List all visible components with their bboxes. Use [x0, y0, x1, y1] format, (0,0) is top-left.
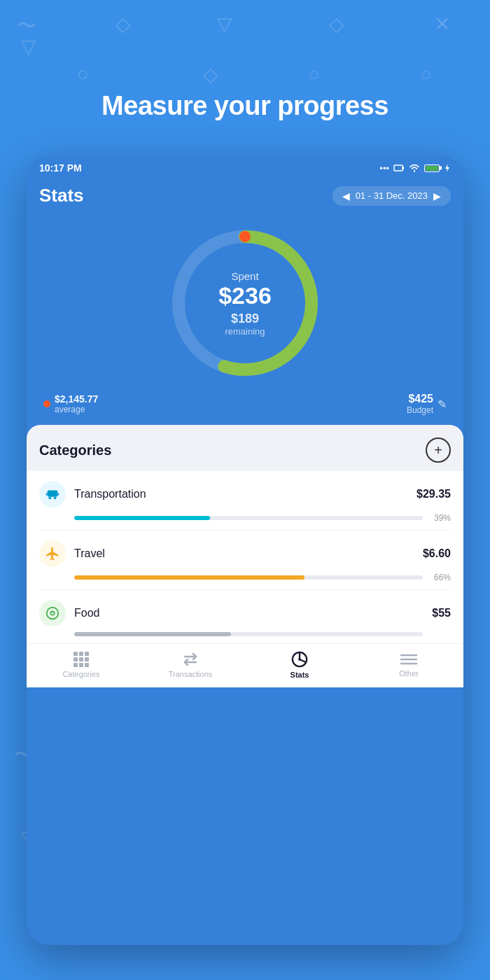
nav-item-categories[interactable]: Categories: [57, 652, 106, 678]
spent-amount: $236: [218, 284, 272, 307]
menu-icon: [400, 652, 418, 666]
svg-rect-0: [394, 165, 402, 171]
food-icon: [39, 600, 66, 626]
budget-label: Budget: [407, 405, 433, 415]
chart-area: Spent $236 $189 remaining $2,145.77 aver…: [27, 212, 463, 425]
budget-row: $2,145.77 average $425 Budget ✎: [41, 387, 449, 425]
category-list: Transportation $29.35 39%: [27, 471, 463, 643]
stats-icon: [291, 651, 308, 668]
status-time: 10:17 PM: [39, 162, 82, 174]
hero-title: Measure your progress: [0, 91, 490, 121]
svg-point-13: [298, 658, 301, 661]
screen-icon: [393, 164, 405, 172]
svg-rect-1: [402, 167, 404, 169]
nav-item-transactions[interactable]: Transactions: [166, 652, 215, 678]
svg-rect-9: [57, 493, 59, 496]
date-next-arrow[interactable]: ▶: [433, 190, 441, 202]
food-progress-row: [39, 632, 451, 636]
category-item-food[interactable]: Food $55: [39, 590, 451, 643]
categories-title: Categories: [39, 442, 111, 458]
travel-pct: 66%: [428, 573, 451, 582]
transactions-icon: [181, 652, 200, 667]
battery-icon: [424, 164, 440, 172]
transport-icon: [39, 481, 66, 507]
category-item-travel[interactable]: Travel $6.60 66%: [39, 531, 451, 590]
date-prev-arrow[interactable]: ◀: [342, 190, 350, 202]
app-header: Stats ◀ 01 - 31 Dec. 2023 ▶: [27, 178, 463, 212]
nav-item-other[interactable]: Other: [384, 652, 433, 678]
budget-right: $425 Budget ✎: [407, 393, 447, 415]
travel-icon: [39, 540, 66, 567]
status-icons: •••: [379, 163, 451, 174]
status-bar: 10:17 PM •••: [27, 155, 463, 178]
spent-label: Spent: [218, 270, 272, 282]
avg-value: $2,145.77: [55, 393, 98, 405]
travel-amount: $6.60: [423, 547, 451, 560]
categories-panel: Categories + Transportation: [27, 425, 463, 643]
date-nav[interactable]: ◀ 01 - 31 Dec. 2023 ▶: [332, 186, 451, 206]
nav-label-other: Other: [399, 669, 419, 678]
transport-amount: $29.35: [416, 488, 451, 500]
grid-icon: [74, 652, 89, 667]
phone-frame: 10:17 PM ••• Stats ◀: [27, 155, 463, 945]
bottom-nav: Categories Transactions Stats: [27, 643, 463, 687]
nav-label-stats: Stats: [290, 671, 309, 679]
transport-name: Transportation: [74, 488, 408, 500]
svg-rect-8: [46, 493, 48, 496]
avg-dot: [43, 400, 50, 407]
lightning-icon: [444, 163, 451, 173]
dots-icon: •••: [379, 163, 389, 174]
categories-header: Categories +: [27, 425, 463, 471]
wifi-icon: [409, 164, 420, 172]
transport-pct: 39%: [428, 513, 451, 523]
date-range: 01 - 31 Dec. 2023: [356, 190, 428, 201]
svg-point-4: [239, 231, 251, 242]
remaining-label: remaining: [218, 326, 272, 337]
food-amount: $55: [432, 607, 451, 620]
nav-item-stats[interactable]: Stats: [275, 651, 324, 679]
food-name: Food: [74, 607, 424, 620]
avg-label: average: [55, 405, 98, 414]
svg-rect-5: [48, 491, 58, 497]
transport-progress-row: 39%: [39, 513, 451, 523]
svg-point-10: [47, 608, 59, 620]
budget-avg: $2,145.77 average: [43, 393, 98, 414]
donut-chart: Spent $236 $189 remaining: [161, 219, 329, 387]
edit-icon[interactable]: ✎: [438, 398, 447, 411]
budget-value: $425: [407, 393, 433, 405]
travel-name: Travel: [74, 547, 414, 560]
nav-label-transactions: Transactions: [169, 670, 213, 678]
svg-point-6: [49, 497, 52, 500]
category-item-transportation[interactable]: Transportation $29.35 39%: [39, 471, 451, 531]
add-category-button[interactable]: +: [426, 438, 451, 463]
nav-label-categories: Categories: [62, 670, 99, 678]
app-title: Stats: [39, 185, 84, 206]
travel-progress-row: 66%: [39, 573, 451, 582]
donut-center: Spent $236 $189 remaining: [218, 270, 272, 337]
remaining-amount: $189: [218, 312, 272, 326]
svg-point-7: [54, 497, 57, 500]
